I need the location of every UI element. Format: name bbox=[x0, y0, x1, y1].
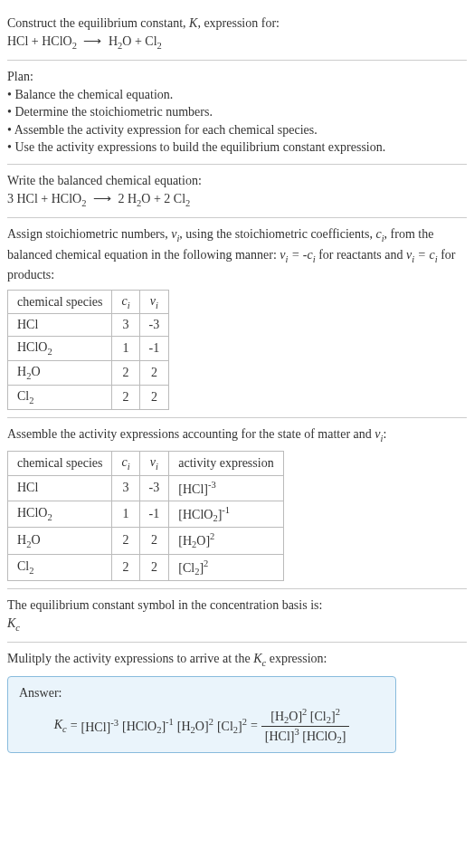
exp: 2 bbox=[210, 531, 214, 541]
exp: 3 bbox=[295, 727, 299, 737]
t: [HClO bbox=[122, 720, 156, 733]
plan-section: Plan: • Balance the chemical equation. •… bbox=[7, 61, 467, 165]
exp: -1 bbox=[222, 505, 230, 515]
table-row: HCl 3 -3 [HCl]-3 bbox=[8, 476, 284, 501]
sub2: 2 bbox=[213, 513, 217, 523]
eq-sign: = bbox=[251, 719, 258, 733]
sub2: 2 bbox=[29, 566, 33, 576]
t: HClO bbox=[17, 340, 47, 354]
arrow-icon: ⟶ bbox=[93, 190, 111, 208]
cell-species: H2O bbox=[8, 528, 112, 554]
cell-ci: 1 bbox=[112, 501, 139, 527]
t: [Cl bbox=[217, 720, 233, 733]
eq-sign: = bbox=[71, 719, 78, 733]
plan-bullet: • Determine the stoichiometric numbers. bbox=[7, 103, 467, 121]
t: HClO bbox=[17, 506, 47, 520]
exp: 2 bbox=[302, 707, 307, 717]
cell-species: H2O bbox=[8, 361, 112, 386]
t: H bbox=[17, 365, 26, 378]
t: [H bbox=[178, 534, 192, 548]
th-activity: activity expression bbox=[169, 452, 283, 476]
symbol-section: The equilibrium constant symbol in the c… bbox=[7, 589, 467, 643]
t: ] bbox=[342, 729, 346, 742]
sub2: 2 bbox=[81, 197, 86, 207]
sub2: 2 bbox=[29, 396, 33, 405]
t: , using the stoichiometric coefficients, bbox=[179, 227, 375, 241]
th-species: chemical species bbox=[8, 452, 112, 476]
th-vi: νi bbox=[139, 452, 169, 476]
cell-species: Cl2 bbox=[8, 386, 112, 410]
table-row: HClO2 1 -1 bbox=[8, 337, 169, 361]
cell-ci: 2 bbox=[112, 528, 139, 554]
cell-vi: 2 bbox=[139, 554, 169, 580]
fraction: [H2O]2 [Cl2]2 [HCl]3 [HClO2] bbox=[261, 707, 349, 745]
exp: 2 bbox=[242, 717, 247, 727]
cell-species: HCl bbox=[8, 314, 112, 337]
t: [Cl bbox=[178, 560, 194, 574]
intro-section: Construct the equilibrium constant, K, e… bbox=[7, 7, 467, 61]
table-row: H2O 2 2 bbox=[8, 361, 169, 386]
arrow-icon: ⟶ bbox=[83, 33, 101, 51]
sub2: 2 bbox=[185, 197, 190, 207]
cell-activity: [Cl2]2 bbox=[169, 554, 283, 580]
intro-text2: , expression for: bbox=[197, 16, 280, 30]
exp: 2 bbox=[209, 717, 213, 727]
eq-lhs: HCl + HClO bbox=[7, 34, 72, 48]
t: O] bbox=[196, 534, 210, 548]
answer-label: Answer: bbox=[19, 684, 384, 702]
intro-line: Construct the equilibrium constant, K, e… bbox=[7, 14, 467, 33]
numerator: [H2O]2 [Cl2]2 bbox=[261, 707, 349, 726]
cell-vi: 2 bbox=[139, 361, 169, 386]
balanced-section: Write the balanced chemical equation: 3 … bbox=[7, 165, 467, 218]
t: O bbox=[31, 365, 40, 378]
nu-symbol: νi bbox=[171, 227, 179, 241]
bal-rhs-h: 2 H bbox=[118, 192, 137, 205]
exp: 2 bbox=[204, 558, 208, 568]
table-row: H2O 2 2 [H2O]2 bbox=[8, 528, 284, 554]
th-vi: νi bbox=[139, 290, 169, 314]
cell-vi: 2 bbox=[139, 386, 169, 410]
table-row: HClO2 1 -1 [HClO2]-1 bbox=[8, 501, 284, 527]
table-row: HCl 3 -3 bbox=[8, 314, 169, 337]
plan-bullet: • Balance the chemical equation. bbox=[7, 86, 467, 104]
intro-equation: HCl + HClO2 ⟶ H2O + Cl2 bbox=[7, 33, 467, 52]
cell-activity: [HClO2]-1 bbox=[169, 501, 283, 527]
term-hclo: [HClO2]-1 bbox=[122, 717, 174, 735]
cell-activity: [HCl]-3 bbox=[169, 476, 283, 501]
activity-section: Assemble the activity expressions accoun… bbox=[7, 418, 467, 589]
answer-box: Answer: Kc = [HCl]-3 [HClO2]-1 [H2O]2 [C… bbox=[7, 676, 396, 754]
table-row: Cl2 2 2 [Cl2]2 bbox=[8, 554, 284, 580]
nu-eq: νi = -ci bbox=[280, 248, 315, 262]
cell-vi: 2 bbox=[139, 528, 169, 554]
t: : bbox=[383, 427, 386, 441]
th-ci: ci bbox=[112, 452, 139, 476]
sub2: 2 bbox=[47, 347, 52, 357]
t: O bbox=[31, 533, 40, 547]
t: [H bbox=[270, 710, 284, 723]
cell-ci: 2 bbox=[112, 386, 139, 410]
eq-rhs-h: H bbox=[109, 34, 118, 48]
kc: Kc bbox=[54, 718, 67, 734]
t: Cl bbox=[17, 559, 29, 573]
t: O] bbox=[289, 710, 302, 723]
term-h2o: [H2O]2 bbox=[177, 717, 213, 735]
t: Assign stoichiometric numbers, bbox=[7, 227, 171, 241]
t: for reactants and bbox=[316, 248, 406, 262]
t: [HCl] bbox=[81, 720, 111, 734]
plan-bullet: • Assemble the activity expression for e… bbox=[7, 121, 467, 139]
eq-rhs-ocl: O + Cl bbox=[122, 34, 156, 48]
intro-text: Construct the equilibrium constant, bbox=[7, 16, 189, 30]
term-cl2: [Cl2]2 bbox=[217, 717, 247, 735]
k-symbol: K bbox=[189, 16, 197, 30]
t: O] bbox=[195, 720, 209, 733]
table-row: Cl2 2 2 bbox=[8, 386, 169, 410]
cell-activity: [H2O]2 bbox=[169, 528, 283, 554]
exp: -3 bbox=[110, 718, 118, 728]
nu-eq2: νi = ci bbox=[406, 248, 438, 262]
sub2: 2 bbox=[194, 567, 199, 577]
cell-species: HClO2 bbox=[8, 337, 112, 361]
activity-intro: Assemble the activity expressions accoun… bbox=[7, 425, 467, 445]
answer-section: Mulitply the activity expressions to arr… bbox=[7, 643, 467, 760]
stoich-table: chemical species ci νi HCl 3 -3 HClO2 1 … bbox=[7, 290, 169, 410]
term-hcl: [HCl]-3 bbox=[81, 718, 118, 735]
